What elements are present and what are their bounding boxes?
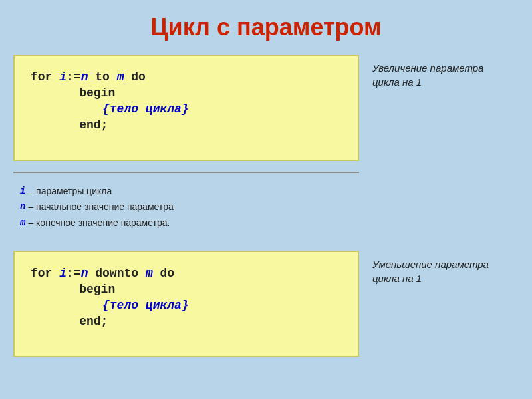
block1-row: for i:=n to m do begin {тело цикла} end;… bbox=[13, 55, 519, 161]
code-line-1-3: {тело цикла} bbox=[31, 102, 342, 116]
code-line-1-2: begin bbox=[31, 86, 342, 100]
divider bbox=[13, 172, 359, 173]
code-box-1: for i:=n to m do begin {тело цикла} end; bbox=[13, 55, 359, 161]
block2-row: for i:=n downto m do begin {тело цикла} … bbox=[13, 251, 519, 357]
kw-assign-1: := bbox=[66, 70, 81, 84]
annotation-1: Увеличение параметра цикла на 1 bbox=[372, 55, 492, 89]
var-n-2: n bbox=[81, 267, 88, 280]
code-box-2: for i:=n downto m do begin {тело цикла} … bbox=[13, 251, 359, 357]
annotation-2: Уменьшение параметра цикла на 1 bbox=[372, 251, 492, 285]
kw-to-1: to bbox=[88, 70, 116, 84]
code-line-1-4: end; bbox=[31, 118, 342, 132]
body-text-2: {тело цикла} bbox=[31, 299, 189, 312]
legend-text-m: – конечное значение параметра. bbox=[28, 215, 170, 231]
code-line-2-2: begin bbox=[31, 283, 342, 296]
kw-assign-2: := bbox=[66, 267, 81, 280]
code-line-2-1: for i:=n downto m do bbox=[31, 267, 342, 280]
legend-text-i: – параметры цикла bbox=[28, 184, 112, 200]
legend-var-i: i bbox=[20, 184, 25, 200]
legend-var-m: m bbox=[20, 215, 25, 231]
code-line-1-1: for i:=n to m do bbox=[31, 70, 342, 84]
var-i-1: i bbox=[59, 70, 66, 84]
page-title: Цикл с параметром bbox=[0, 13, 532, 41]
legend-text-n: – начальное значение параметра bbox=[28, 200, 173, 215]
main-content: for i:=n to m do begin {тело цикла} end;… bbox=[13, 55, 519, 357]
kw-for-2: for bbox=[31, 267, 59, 280]
legend-i: i – параметры цикла bbox=[20, 184, 359, 200]
legend-section: i – параметры цикла n – начальное значен… bbox=[13, 184, 359, 231]
var-n-1: n bbox=[81, 70, 88, 84]
var-m-1: m bbox=[117, 70, 124, 84]
kw-for-1: for bbox=[31, 70, 59, 84]
var-i-2: i bbox=[59, 267, 66, 280]
legend-n: n – начальное значение параметра bbox=[20, 200, 359, 215]
code-line-2-3: {тело цикла} bbox=[31, 299, 342, 312]
code-line-2-4: end; bbox=[31, 315, 342, 328]
body-text-1: {тело цикла} bbox=[31, 102, 189, 116]
legend-var-n: n bbox=[20, 200, 25, 215]
legend-m: m – конечное значение параметра. bbox=[20, 215, 359, 231]
kw-do-1: do bbox=[124, 70, 145, 84]
var-m-2: m bbox=[146, 267, 153, 280]
kw-do-2: do bbox=[153, 267, 174, 280]
kw-downto-2: downto bbox=[88, 267, 145, 280]
